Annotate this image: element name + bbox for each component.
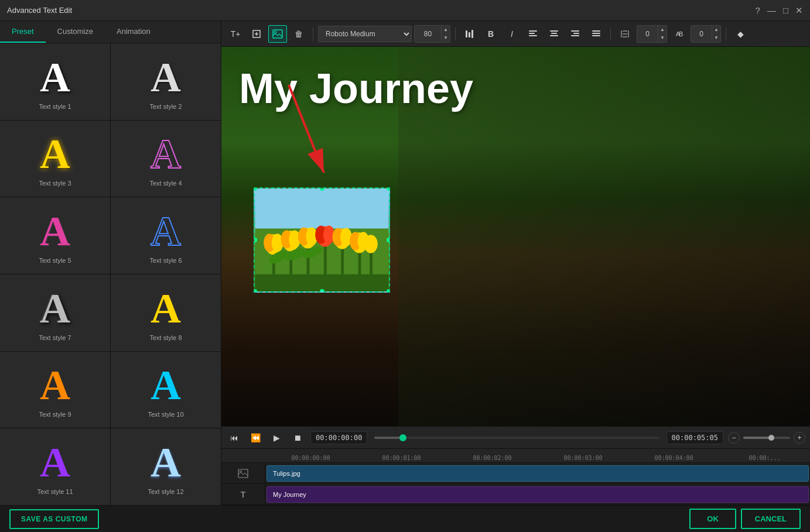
style10-letter: A [151, 364, 181, 406]
style1-label: Text style 1 [39, 103, 71, 110]
save-as-custom-button[interactable]: SAVE AS CUSTOM [9, 509, 99, 529]
diamond-icon[interactable]: ◆ [731, 25, 750, 43]
style5-letter: A [40, 210, 70, 252]
styles-grid: A Text style 1 A Text style 2 A Text sty… [0, 43, 221, 505]
style-cell-2[interactable]: A Text style 2 [111, 43, 221, 120]
bar-chart-icon[interactable] [460, 25, 479, 43]
text-clip-label: My Journey [273, 491, 306, 498]
play-button[interactable]: ▶ [268, 430, 285, 446]
style-cell-1[interactable]: A Text style 1 [0, 43, 110, 120]
font-size-up[interactable]: ▲ [442, 26, 450, 34]
handle-bottom-center[interactable] [320, 289, 324, 293]
tab-customize[interactable]: Customize [46, 21, 105, 43]
toolbar: T+ 🗑 Roboto Medium Arial Times New [221, 21, 810, 47]
handle-top-right[interactable] [387, 187, 390, 191]
line-spacing-icon [616, 25, 634, 43]
handle-bottom-left[interactable] [254, 289, 257, 293]
svg-rect-15 [592, 30, 600, 32]
style10-label: Text style 10 [148, 411, 183, 418]
spacing-input[interactable] [637, 26, 658, 42]
text-clip[interactable]: My Journey [266, 486, 809, 503]
zoom-slider[interactable] [743, 437, 790, 439]
style-cell-10[interactable]: A Text style 10 [111, 352, 221, 428]
justify-button[interactable] [587, 25, 606, 43]
style-cell-3[interactable]: A Text style 3 [0, 121, 110, 197]
style-cell-5[interactable]: A Text style 5 [0, 197, 110, 274]
kerning-input[interactable] [691, 26, 712, 42]
preview-title: My Journey [239, 64, 473, 112]
timeline-progress-bar[interactable] [374, 437, 659, 439]
progress-thumb[interactable] [399, 434, 406, 441]
ok-button[interactable]: OK [689, 509, 736, 529]
window-controls[interactable]: ? — □ ✕ [756, 5, 803, 16]
cancel-button[interactable]: CANCEL [741, 509, 801, 529]
handle-middle-right[interactable] [387, 238, 390, 242]
close-icon[interactable]: ✕ [795, 5, 803, 16]
ruler-mark-5: 00:00:... [719, 455, 810, 461]
total-time: 00:00:05:05 [667, 431, 723, 444]
style7-label: Text style 7 [39, 334, 71, 341]
style-cell-4[interactable]: A Text style 4 [111, 121, 221, 197]
style5-label: Text style 5 [39, 257, 71, 264]
style3-letter: A [40, 133, 70, 175]
stop-button[interactable]: ⏹ [289, 430, 306, 446]
handle-bottom-right[interactable] [387, 289, 390, 293]
tulips-image-box[interactable] [254, 187, 390, 293]
resize-button[interactable] [247, 25, 266, 43]
svg-rect-10 [551, 33, 557, 34]
window-title: Advanced Text Edit [7, 6, 72, 15]
red-arrow-indicator [277, 79, 347, 196]
insert-image-button[interactable] [268, 25, 287, 43]
main-content: Preset Customize Animation A Text style … [0, 21, 810, 505]
help-icon[interactable]: ? [756, 5, 760, 16]
style-cell-8[interactable]: A Text style 8 [111, 274, 221, 351]
bold-button[interactable]: B [481, 25, 500, 43]
font-size-input[interactable] [415, 26, 441, 42]
svg-rect-14 [571, 35, 579, 36]
timeline-tracks: Tulips.jpg T My Journey [221, 463, 810, 505]
style-cell-6[interactable]: A Text style 6 [111, 197, 221, 274]
svg-rect-12 [571, 30, 579, 32]
spacing-up[interactable]: ▲ [658, 26, 667, 34]
svg-rect-9 [550, 30, 558, 32]
style-cell-11[interactable]: A Text style 11 [0, 428, 110, 505]
spacing-down[interactable]: ▼ [658, 34, 667, 42]
style-cell-9[interactable]: A Text style 9 [0, 352, 110, 428]
current-time: 00:00:00:00 [310, 431, 367, 444]
align-center-button[interactable] [545, 25, 563, 43]
font-size-down[interactable]: ▼ [442, 34, 450, 42]
tab-preset[interactable]: Preset [0, 21, 46, 43]
step-back-button[interactable]: ⏪ [247, 430, 264, 446]
add-text-button[interactable]: T+ [226, 25, 245, 43]
kerning-down[interactable]: ▼ [712, 34, 720, 42]
style-cell-12[interactable]: A Text style 12 [111, 428, 221, 505]
svg-rect-16 [592, 33, 600, 34]
zoom-out-button[interactable]: − [728, 432, 740, 444]
playback-bar: ⏮ ⏪ ▶ ⏹ 00:00:00:00 00:00:05:05 − + [221, 427, 810, 449]
delete-button[interactable]: 🗑 [289, 25, 308, 43]
handle-top-center[interactable] [320, 187, 324, 191]
align-left-button[interactable] [524, 25, 542, 43]
track-row-text: T My Journey [221, 484, 810, 505]
kerning-up[interactable]: ▲ [712, 26, 720, 34]
zoom-thumb[interactable] [768, 435, 774, 441]
tab-animation[interactable]: Animation [105, 21, 162, 43]
bottom-right-buttons: OK CANCEL [689, 509, 801, 529]
minimize-icon[interactable]: — [767, 5, 776, 16]
style-cell-7[interactable]: A Text style 7 [0, 274, 110, 351]
style9-letter: A [40, 364, 70, 406]
kerning-icon: AB [669, 25, 688, 43]
italic-button[interactable]: I [503, 25, 521, 43]
image-clip[interactable]: Tulips.jpg [266, 465, 809, 482]
svg-line-19 [289, 85, 324, 173]
align-right-button[interactable] [566, 25, 585, 43]
style2-label: Text style 2 [149, 103, 182, 110]
style11-label: Text style 11 [37, 488, 73, 495]
maximize-icon[interactable]: □ [783, 5, 788, 16]
rewind-button[interactable]: ⏮ [226, 430, 242, 446]
style8-letter: A [151, 287, 181, 330]
ruler-mark-0: 00:00:00:00 [265, 455, 356, 461]
zoom-in-button[interactable]: + [794, 432, 805, 444]
svg-rect-4 [469, 32, 470, 37]
font-selector[interactable]: Roboto Medium Arial Times New Roman [318, 26, 412, 42]
